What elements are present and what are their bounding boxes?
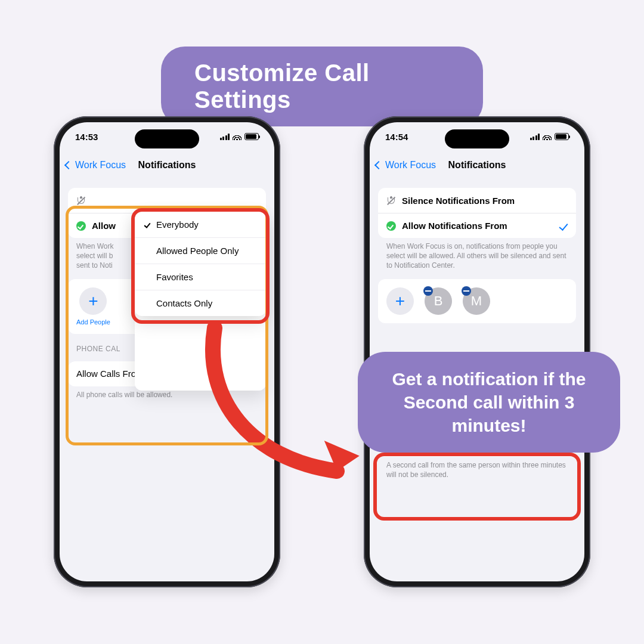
back-label: Work Focus [385, 160, 436, 171]
add-people-button[interactable]: + [386, 287, 414, 315]
nav-title: Notifications [138, 160, 196, 171]
avatar: M [463, 287, 490, 315]
clock: 14:54 [385, 132, 408, 142]
status-icons [220, 133, 259, 140]
clock: 14:53 [75, 132, 98, 142]
remove-icon[interactable] [462, 286, 471, 296]
row-silence[interactable]: Silence Notifications From [378, 188, 576, 213]
check-badge-icon [76, 221, 86, 231]
popover-item-contacts[interactable]: Contacts Only [135, 290, 266, 316]
repeated-calls-caption: A second call from the same person withi… [378, 457, 576, 479]
nav-header: Work Focus Notifications [60, 153, 274, 177]
row-silence-label: Silence Notifications From [402, 196, 568, 206]
nav-title: Notifications [448, 160, 506, 171]
allow-calls-popover: Everybody Allowed People Only Favorites … [135, 212, 266, 316]
popover-item-label: Allowed People Only [156, 246, 239, 256]
plus-icon: + [79, 287, 107, 315]
add-people-label: Add People [76, 318, 110, 326]
phone-left: 14:53 Work Focus Notifications x [54, 116, 280, 587]
people-avatar-b[interactable]: B [425, 287, 452, 315]
popover-item-label: Favorites [156, 272, 193, 282]
dynamic-island [445, 129, 509, 148]
row-allow[interactable]: Allow Notifications From [378, 213, 576, 238]
battery-icon [244, 133, 259, 140]
back-button[interactable]: Work Focus [66, 160, 126, 171]
chevron-left-icon [374, 161, 383, 169]
screen-left: 14:53 Work Focus Notifications x [60, 122, 274, 581]
avatar-initial: M [471, 293, 482, 309]
people-card: + B M [378, 279, 576, 323]
avatar-initial: B [434, 293, 443, 309]
row-allow-label: Allow Notifications From [402, 221, 556, 231]
avatar: B [425, 287, 452, 315]
chevron-left-icon [64, 161, 73, 169]
popover-item-label: Everybody [156, 219, 199, 230]
callout: Get a notification if the Second call wi… [358, 352, 620, 453]
back-button[interactable]: Work Focus [376, 160, 436, 171]
nav-header: Work Focus Notifications [370, 153, 584, 177]
row-silence[interactable]: x [68, 188, 266, 213]
popover-item-everybody[interactable]: Everybody [135, 212, 266, 237]
wifi-icon [233, 134, 242, 140]
people-avatar-m[interactable]: M [463, 287, 490, 315]
bell-mute-icon [386, 196, 396, 205]
check-badge-icon [386, 221, 396, 231]
back-label: Work Focus [75, 160, 126, 171]
popover-item-favorites[interactable]: Favorites [135, 264, 266, 290]
add-people-button[interactable]: + Add People [76, 287, 110, 326]
dynamic-island [135, 129, 199, 148]
plus-icon: + [386, 287, 414, 315]
bell-mute-icon [76, 196, 86, 205]
wifi-icon [543, 134, 552, 140]
status-icons [530, 133, 569, 140]
popover-item-label: Contacts Only [156, 298, 212, 308]
remove-icon[interactable] [423, 286, 433, 296]
signal-icon [530, 134, 540, 140]
page-title: Customize Call Settings [161, 47, 483, 126]
popover-item-allowed[interactable]: Allowed People Only [135, 237, 266, 264]
signal-icon [220, 134, 230, 140]
allow-description: When Work Focus is on, notifications fro… [378, 238, 576, 271]
notification-mode-group: Silence Notifications From Allow Notific… [378, 188, 576, 238]
battery-icon [555, 133, 569, 140]
checkmark-icon [144, 221, 150, 228]
checkmark-icon [559, 221, 568, 231]
